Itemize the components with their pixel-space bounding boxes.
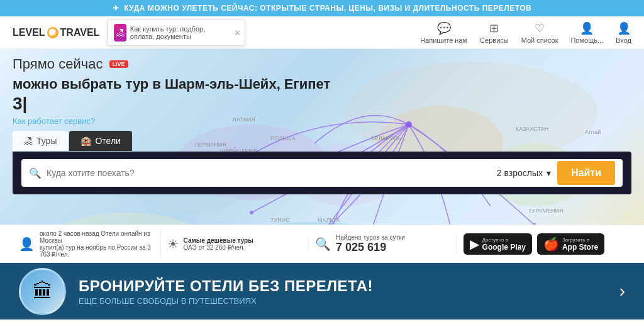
bottom-banner-subtitle: ЕЩЕ БОЛЬШЕ СВОБОДЫ В ПУТЕШЕСТВИЯХ xyxy=(79,296,607,306)
tab-hotels-label: Отели xyxy=(95,136,120,146)
tab-tours-label: Туры xyxy=(36,136,57,146)
search-row: 🔍 2 взрослых ▾ Найти xyxy=(21,159,623,187)
nav-item-chat[interactable]: 💬 Напишите нам xyxy=(420,21,467,44)
stat-apps: ▶ Доступно в Google Play 🍎 Загрузить в A… xyxy=(457,233,631,255)
google-play-icon: ▶ xyxy=(470,236,479,252)
bottom-banner-title: БРОНИРУЙТЕ ОТЕЛИ БЕЗ ПЕРЕЛЕТА! xyxy=(79,277,607,295)
nav-item-services[interactable]: ⊞ Сервисы xyxy=(480,21,509,44)
logo-icon xyxy=(47,27,58,38)
person-icon: 👤 xyxy=(19,236,35,252)
bottom-banner-image: 🏛 xyxy=(19,268,66,315)
nav-label-services: Сервисы xyxy=(480,36,509,44)
header: LEVEL TRAVEL 🏖 Как купить тур: подбор, о… xyxy=(0,16,644,49)
stat-found: 🔍 Найдено туров за сутки 7 025 619 xyxy=(309,234,457,254)
logo-text-left: LEVEL xyxy=(13,27,45,38)
nav-label-wishlist: Мой список xyxy=(521,36,558,44)
bottom-banner-text: БРОНИРУЙТЕ ОТЕЛИ БЕЗ ПЕРЕЛЕТА! ЕЩЕ БОЛЬШ… xyxy=(79,277,607,306)
hero-title: Прямо сейчас LIVE xyxy=(13,55,330,74)
next-arrow-icon[interactable]: › xyxy=(619,281,625,301)
cathedral-icon: 🏛 xyxy=(33,280,53,303)
nav-label-help: Помощь... xyxy=(570,36,603,44)
logo[interactable]: LEVEL TRAVEL xyxy=(13,27,99,38)
chevron-down-icon: ▾ xyxy=(547,168,551,178)
hotels-icon: 🏨 xyxy=(80,136,91,146)
nav-item-help[interactable]: 👤 Помощь... xyxy=(570,21,603,44)
stat-recent-text: около 2 часов назад Отели онлайн из Моск… xyxy=(40,230,154,258)
promo-close-icon[interactable]: ✕ xyxy=(234,28,241,37)
logo-text-right: TRAVEL xyxy=(60,27,100,38)
help-icon: 👤 xyxy=(580,21,594,35)
announcement-icon: ✈ xyxy=(113,4,119,13)
bottom-banner[interactable]: 🏛 БРОНИРУЙТЕ ОТЕЛИ БЕЗ ПЕРЕЛЕТА! ЕЩЕ БОЛ… xyxy=(0,263,644,319)
sun-icon: ☀ xyxy=(167,236,179,252)
nav-label-login: Вход xyxy=(616,36,631,44)
tab-tours[interactable]: 🏖 Туры xyxy=(13,131,68,151)
tab-hotels[interactable]: 🏨 Отели xyxy=(69,131,131,151)
app-store-buttons: ▶ Доступно в Google Play 🍎 Загрузить в A… xyxy=(464,233,605,255)
guests-selector[interactable]: 2 взрослых ▾ xyxy=(497,168,551,178)
announcement-bar[interactable]: ✈ КУДА МОЖНО УЛЕТЕТЬ СЕЙЧАС: ОТКРЫТЫЕ СТ… xyxy=(0,0,644,16)
stat-found-text: Найдено туров за сутки 7 025 619 xyxy=(336,234,405,254)
hero-subtitle: можно выбрать тур в Шарм-эль-Шейх, Египе… xyxy=(13,76,330,92)
stats-bar: 👤 около 2 часов назад Отели онлайн из Мо… xyxy=(0,225,644,263)
chat-icon: 💬 xyxy=(437,21,451,35)
app-store-button[interactable]: 🍎 Загрузить в App Store xyxy=(537,233,604,255)
stat-cheap: ☀ Самые дешевые туры ОАЭ от 32 260 ₽/чел… xyxy=(161,236,309,252)
google-play-button[interactable]: ▶ Доступно в Google Play xyxy=(464,233,532,255)
hero-counter: 3| xyxy=(13,94,330,114)
how-it-works-link[interactable]: Как работает сервис? xyxy=(13,116,95,126)
nav-item-wishlist[interactable]: ♡ Мой список xyxy=(521,21,558,44)
stat-recent: 👤 около 2 часов назад Отели онлайн из Мо… xyxy=(13,230,161,258)
search-icon: 🔍 xyxy=(29,167,42,179)
heart-icon: ♡ xyxy=(535,21,545,35)
promo-text: Как купить тур: подбор, оплата, документ… xyxy=(130,25,226,40)
magnifier-icon: 🔍 xyxy=(315,236,331,252)
user-icon: 👤 xyxy=(617,21,631,35)
tours-icon: 🏖 xyxy=(24,136,33,146)
apple-icon: 🍎 xyxy=(543,236,559,252)
promo-tooltip[interactable]: 🏖 Как купить тур: подбор, оплата, докуме… xyxy=(107,19,245,46)
left-content: Прямо сейчас LIVE можно выбрать тур в Ша… xyxy=(13,55,330,126)
nav-item-login[interactable]: 👤 Вход xyxy=(616,21,631,44)
find-button[interactable]: Найти xyxy=(557,161,615,185)
services-icon: ⊞ xyxy=(489,21,499,35)
promo-image: 🏖 xyxy=(114,24,126,42)
tours-count: 7 025 619 xyxy=(336,241,405,254)
search-box: 🔍 2 взрослых ▾ Найти xyxy=(13,152,631,194)
app-store-label: App Store xyxy=(562,243,598,252)
tabs-container: 🏖 Туры 🏨 Отели xyxy=(13,131,132,151)
announcement-text: КУДА МОЖНО УЛЕТЕТЬ СЕЙЧАС: ОТКРЫТЫЕ СТРА… xyxy=(124,4,531,13)
guests-label: 2 взрослых xyxy=(497,168,543,178)
nav-right: 💬 Напишите нам ⊞ Сервисы ♡ Мой список 👤 … xyxy=(420,21,631,44)
live-badge: LIVE xyxy=(109,60,128,68)
main-area: ЛАТВИЯ ГЕРМАНИЯ ПОЛЬША БЕЛАРУСЬ УКРАИНА … xyxy=(0,49,644,263)
nav-label-chat: Напишите нам xyxy=(420,36,467,44)
google-play-label: Google Play xyxy=(482,243,526,252)
search-input[interactable] xyxy=(47,168,497,178)
stat-cheap-text: Самые дешевые туры ОАЭ от 32 260 ₽/чел. xyxy=(184,237,253,251)
